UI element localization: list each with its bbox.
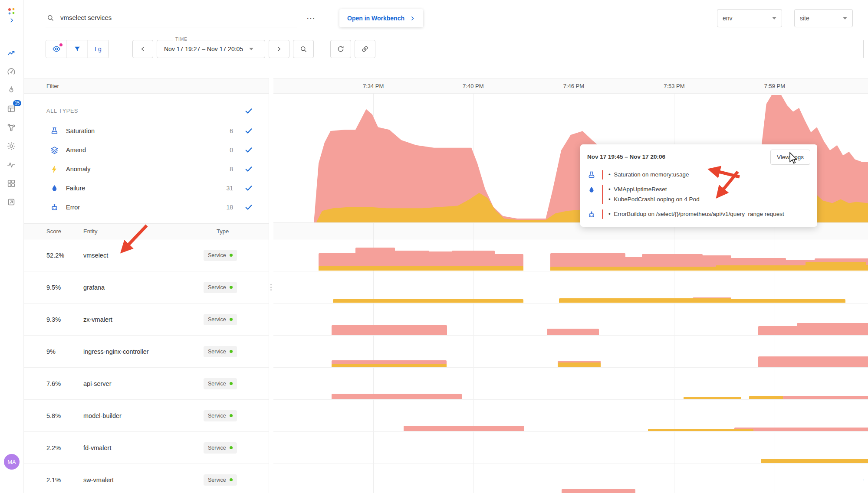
env-dropdown-value: env	[723, 15, 733, 22]
type-row-error[interactable]: Error 18	[24, 198, 269, 217]
flask-icon	[50, 127, 60, 136]
eye-alert-dot	[59, 43, 62, 46]
robot-icon	[587, 209, 598, 219]
nav-trends-icon[interactable]	[7, 48, 17, 58]
more-options-button[interactable]: ⋯	[304, 16, 319, 21]
funnel-icon	[73, 45, 81, 53]
row-chart[interactable]	[273, 304, 868, 336]
view-logs-button[interactable]: View Logs	[770, 150, 810, 165]
user-avatar[interactable]: MA	[4, 454, 20, 470]
type-badge: Service	[204, 378, 237, 389]
row-chart[interactable]	[273, 368, 868, 400]
drop-icon	[587, 185, 598, 204]
time-tick-label: 7:59 PM	[764, 83, 785, 89]
status-dot	[230, 478, 233, 481]
entity-score: 9%	[24, 348, 83, 355]
timeline-chart-area[interactable]: 7:34 PM 7:40 PM 7:46 PM 7:53 PM 7:59 PM	[273, 78, 868, 493]
filter-panel-header: Filter	[24, 78, 269, 94]
time-back-button[interactable]	[132, 40, 153, 58]
entity-score: 52.2%	[24, 252, 83, 259]
type-row-anomaly[interactable]: Anomaly 8	[24, 160, 269, 179]
row-chart[interactable]	[273, 239, 868, 271]
table-row[interactable]: 9.5% grafana Service	[24, 271, 269, 304]
type-badge: Service	[204, 346, 237, 357]
table-row[interactable]: 2.2% fd-vmalert Service	[24, 432, 269, 464]
type-row-saturation[interactable]: Saturation 6	[24, 121, 269, 140]
type-badge: Service	[204, 410, 237, 421]
table-row[interactable]: 9.3% zx-vmalert Service	[24, 304, 269, 336]
copy-link-button[interactable]	[355, 40, 375, 58]
nav-settings-icon[interactable]	[7, 141, 17, 151]
severity-bar	[602, 170, 603, 180]
tooltip-item: ErrorBuildup on /select/{}/prometheus/ap…	[587, 209, 810, 219]
status-dot	[230, 382, 233, 385]
status-dot	[230, 414, 233, 417]
nav-dashboard-icon[interactable]	[7, 178, 17, 189]
row-chart[interactable]	[273, 336, 868, 368]
nav-network-icon[interactable]	[7, 122, 17, 133]
site-dropdown-value: site	[800, 15, 809, 22]
type-badge: Service	[204, 282, 237, 293]
tooltip-line: KubePodCrashLooping on 4 Pod	[608, 195, 700, 204]
all-types-row[interactable]: ALL TYPES	[24, 101, 269, 121]
entity-name: sw-vmalert	[83, 477, 204, 483]
check-icon	[244, 107, 253, 115]
table-row[interactable]: 2.1% sw-vmalert Service	[24, 464, 269, 493]
row-chart[interactable]	[273, 432, 868, 464]
entity-score: 2.2%	[24, 444, 83, 451]
table-row[interactable]: 7.6% api-server Service	[24, 368, 269, 400]
check-icon	[244, 203, 253, 212]
entity-score: 9.5%	[24, 284, 83, 291]
status-dot	[230, 318, 233, 321]
type-row-amend[interactable]: Amend 0	[24, 140, 269, 160]
refresh-button[interactable]	[330, 40, 351, 58]
sidebar-expand-chevron-icon[interactable]	[9, 17, 15, 25]
row-chart[interactable]	[273, 400, 868, 432]
time-tick-label: 7:40 PM	[463, 83, 483, 89]
row-chart[interactable]	[273, 271, 868, 304]
nav-export-icon[interactable]	[7, 197, 17, 207]
env-dropdown[interactable]: env	[717, 9, 782, 27]
nav-pulse-icon[interactable]	[7, 160, 17, 170]
robot-icon	[50, 203, 60, 212]
time-axis-header: 7:34 PM 7:40 PM 7:46 PM 7:53 PM 7:59 PM	[273, 78, 868, 94]
tooltip-line: VMAppUptimeReset	[608, 185, 700, 194]
open-in-workbench-label: Open in Workbench	[347, 15, 404, 22]
table-row[interactable]: 52.2% vmselect Service	[24, 239, 269, 271]
entity-column-header: Entity	[83, 228, 204, 235]
nav-table-icon[interactable]: 15	[7, 104, 17, 114]
check-icon	[244, 184, 253, 193]
eye-icon	[52, 45, 61, 53]
table-row[interactable]: 9% ingress-nginx-controller Service	[24, 336, 269, 368]
panel-resize-handle[interactable]	[269, 78, 273, 493]
lg-button[interactable]: Lg	[88, 40, 108, 58]
table-row[interactable]: 5.8% model-builder Service	[24, 400, 269, 432]
row-chart[interactable]	[273, 464, 868, 493]
open-in-workbench-button[interactable]: Open in Workbench	[339, 9, 423, 27]
entity-name: vmselect	[83, 252, 204, 259]
app-logo-icon	[7, 7, 16, 16]
time-tick-label: 7:53 PM	[664, 83, 684, 89]
notification-badge: 15	[13, 100, 21, 106]
search-input[interactable]: vmselect services	[46, 10, 297, 27]
lightning-icon	[50, 165, 60, 174]
time-forward-button[interactable]	[269, 40, 289, 58]
entity-table-header: Score Entity Type	[24, 223, 269, 239]
entity-name: ingress-nginx-controller	[83, 348, 204, 355]
link-icon	[361, 45, 369, 53]
time-range-selector[interactable]: TIME Nov 17 19:27 – Nov 17 20:05	[157, 40, 265, 58]
chevron-right-icon	[410, 16, 415, 21]
site-dropdown[interactable]: site	[794, 9, 853, 27]
time-zoom-button[interactable]	[293, 40, 314, 58]
filter-panel: Filter ALL TYPES Saturation 6	[24, 78, 269, 493]
entity-name: zx-vmalert	[83, 316, 204, 323]
incident-tooltip: Nov 17 19:45 – Nov 17 20:06 View Logs Sa…	[580, 144, 817, 227]
chevron-down-icon	[772, 17, 776, 20]
filter-funnel-button[interactable]	[67, 40, 88, 58]
entity-name: api-server	[83, 380, 204, 387]
type-row-failure[interactable]: Failure 31	[24, 179, 269, 198]
nav-gauge-icon[interactable]	[7, 66, 17, 77]
nav-flame-icon[interactable]	[7, 85, 17, 95]
watchlist-eye-button[interactable]	[46, 40, 67, 58]
type-filter-list: ALL TYPES Saturation 6	[24, 94, 269, 223]
